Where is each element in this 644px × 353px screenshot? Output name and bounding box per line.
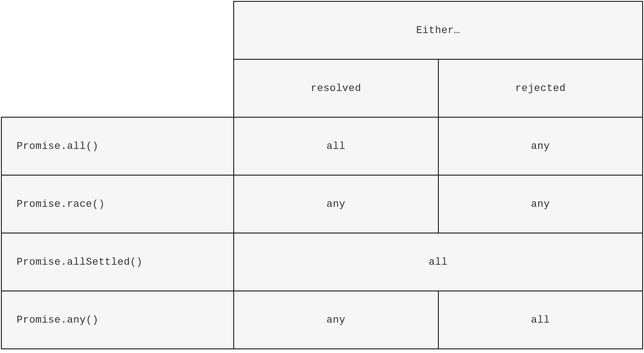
table-row: Promise.race() any any [1, 175, 643, 233]
cell-rejected: any [438, 175, 643, 233]
row-label: Promise.all() [1, 117, 234, 175]
table-row: Promise.all() all any [1, 117, 643, 175]
cell-rejected: all [438, 291, 643, 349]
blank-cell [1, 59, 234, 117]
table-row: Promise.allSettled() all [1, 233, 643, 291]
blank-cell [1, 1, 234, 59]
cell-merged: all [234, 233, 643, 291]
row-label: Promise.race() [1, 175, 234, 233]
column-header-rejected: rejected [438, 59, 643, 117]
cell-resolved: any [234, 291, 438, 349]
cell-rejected: any [438, 117, 643, 175]
promise-combinators-table: Either… resolved rejected Promise.all() … [1, 1, 643, 349]
row-label: Promise.allSettled() [1, 233, 234, 291]
column-header-resolved: resolved [234, 59, 438, 117]
table-row: Promise.any() any all [1, 291, 643, 349]
cell-resolved: any [234, 175, 438, 233]
cell-resolved: all [234, 117, 438, 175]
row-label: Promise.any() [1, 291, 234, 349]
top-header: Either… [234, 1, 643, 59]
